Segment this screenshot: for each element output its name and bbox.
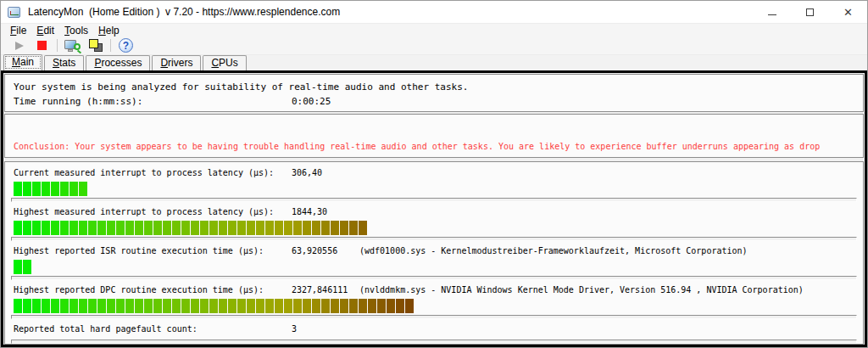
meter-row: Reported total hard pagefault count:3 — [5, 319, 863, 344]
latency-bar — [14, 182, 863, 196]
tab-processes[interactable]: Processes — [86, 55, 150, 70]
minimize-button[interactable] — [753, 1, 791, 23]
tab-cpus[interactable]: CPUs — [203, 55, 246, 70]
menu-edit[interactable]: Edit — [31, 25, 59, 36]
meter-label: Reported total hard pagefault count: — [14, 323, 292, 334]
toolbar-separator — [110, 39, 111, 52]
meter-label: Highest reported DPC routine execution t… — [14, 284, 292, 295]
latencymon-window: LatencyMon (Home Edition ) v 7.20 - http… — [0, 0, 868, 348]
close-icon: ✕ — [843, 7, 853, 18]
tab-strip: MainStatsProcessesDriversCPUs — [1, 55, 867, 70]
app-icon — [8, 7, 20, 18]
tab-drivers[interactable]: Drivers — [152, 55, 201, 70]
meter-row: Current measured interrupt to process la… — [5, 163, 863, 202]
meter-value: 1844,30 — [292, 206, 354, 217]
time-running-row: Time running (h:mm:ss):0:00:25 — [14, 94, 863, 109]
conclusion-line: Conclusion: Your system appears to be ha… — [14, 141, 863, 152]
time-running-value: 0:00:25 — [292, 96, 331, 107]
meter-value: 3 — [292, 323, 354, 334]
main-panel: Your system is being analyzed for suitab… — [1, 70, 867, 347]
tab-stats[interactable]: Stats — [44, 55, 84, 70]
help-button[interactable]: ? — [114, 37, 137, 54]
meter-label: Highest reported ISR routine execution t… — [14, 245, 292, 256]
meter-line: Highest reported ISR routine execution t… — [5, 245, 863, 256]
toolbar-separator — [57, 39, 58, 52]
play-icon — [15, 42, 24, 50]
latency-bar — [14, 299, 863, 313]
meter-value: 63,920556 — [292, 245, 354, 256]
latency-bar — [14, 260, 863, 274]
copy-report-button[interactable] — [84, 37, 107, 54]
meter-row: Highest reported ISR routine execution t… — [5, 241, 863, 280]
meter-line: Reported total hard pagefault count:3 — [5, 323, 863, 334]
stacked-windows-icon — [89, 39, 103, 52]
stop-icon — [37, 41, 47, 50]
meter-line: Highest reported DPC routine execution t… — [5, 284, 863, 295]
latency-bar-track — [11, 340, 857, 344]
meter-row: Highest reported DPC routine execution t… — [5, 280, 863, 319]
maximize-button[interactable] — [791, 1, 829, 23]
close-button[interactable]: ✕ — [829, 1, 867, 23]
menu-bar: FileEditToolsHelp — [1, 23, 867, 36]
meters-panel: Current measured interrupt to process la… — [4, 161, 864, 345]
meter-driver-detail: (nvlddmkm.sys - NVIDIA Windows Kernel Mo… — [359, 285, 804, 295]
analyze-report-button[interactable] — [61, 37, 84, 54]
time-running-label: Time running (h:mm:ss): — [14, 94, 292, 109]
start-monitor-button[interactable] — [8, 37, 31, 54]
analysis-status-text: Your system is being analyzed for suitab… — [14, 80, 863, 94]
latency-bar — [14, 221, 863, 235]
tab-main[interactable]: Main — [3, 54, 42, 70]
title-bar: LatencyMon (Home Edition ) v 7.20 - http… — [1, 1, 867, 23]
meter-label: Current measured interrupt to process la… — [14, 167, 292, 178]
meter-label: Highest measured interrupt to process la… — [14, 206, 292, 217]
menu-tools[interactable]: Tools — [59, 25, 93, 36]
meter-line: Highest measured interrupt to process la… — [5, 206, 863, 217]
meter-line: Current measured interrupt to process la… — [5, 167, 863, 178]
toolbar: ? — [1, 36, 867, 55]
window-title: LatencyMon (Home Edition ) v 7.20 - http… — [28, 6, 340, 18]
meter-driver-detail: (wdf01000.sys - Kernelmodustreiber-Frame… — [359, 246, 748, 255]
help-icon: ? — [119, 38, 133, 53]
menu-help[interactable]: Help — [93, 25, 125, 36]
stop-monitor-button[interactable] — [31, 37, 53, 54]
monitor-magnifier-icon — [64, 39, 81, 53]
meter-value: 2327,846111 — [292, 284, 354, 295]
window-controls: ✕ — [753, 1, 867, 23]
meter-value: 306,40 — [292, 167, 354, 178]
minimize-icon — [768, 14, 776, 15]
status-panel: Your system is being analyzed for suitab… — [4, 74, 864, 112]
conclusion-panel: Conclusion: Your system appears to be ha… — [4, 114, 864, 158]
maximize-icon — [806, 8, 814, 16]
menu-file[interactable]: File — [5, 25, 31, 36]
meter-row: Highest measured interrupt to process la… — [5, 202, 863, 241]
